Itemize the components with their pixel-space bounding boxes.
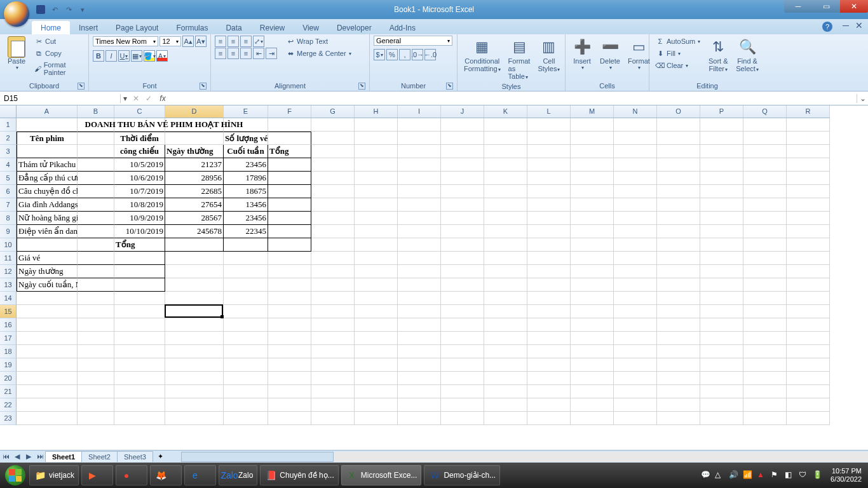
- orientation-button[interactable]: ⤢▾: [253, 36, 264, 47]
- cell[interactable]: [165, 252, 224, 265]
- cell[interactable]: [114, 358, 165, 372]
- cell[interactable]: 27654: [165, 198, 224, 212]
- cell[interactable]: [484, 305, 527, 318]
- cell[interactable]: [484, 252, 527, 265]
- cell[interactable]: Thời điểm: [114, 132, 165, 145]
- align-left-button[interactable]: ≡: [215, 48, 226, 59]
- cell[interactable]: [398, 358, 441, 372]
- cell[interactable]: [224, 118, 268, 132]
- grow-font-button[interactable]: A▴: [182, 36, 194, 47]
- name-box-dropdown[interactable]: ▾: [121, 94, 130, 103]
- clipboard-launcher[interactable]: ⬊: [78, 83, 85, 90]
- increase-indent-button[interactable]: ⇥: [266, 48, 277, 59]
- cell[interactable]: [571, 332, 614, 345]
- italic-button[interactable]: I: [105, 50, 117, 62]
- cell[interactable]: [114, 278, 165, 292]
- cell[interactable]: [224, 372, 268, 385]
- clear-button[interactable]: ⌫Clear▾: [653, 60, 703, 71]
- cell[interactable]: [527, 238, 571, 252]
- cell[interactable]: [657, 318, 700, 332]
- cell[interactable]: [311, 158, 355, 172]
- cell[interactable]: [398, 278, 441, 292]
- tray-antivirus-icon[interactable]: ▲: [757, 470, 767, 480]
- cell[interactable]: [78, 265, 114, 278]
- cell[interactable]: 10/5/2019: [114, 158, 165, 172]
- cell[interactable]: [78, 385, 114, 398]
- cell[interactable]: [311, 145, 355, 158]
- row-header-21[interactable]: 21: [0, 385, 17, 398]
- autosum-button[interactable]: ΣAutoSum▾: [653, 36, 703, 47]
- cell[interactable]: [311, 252, 355, 265]
- cell[interactable]: [743, 132, 787, 145]
- cell[interactable]: [743, 278, 787, 292]
- cell[interactable]: [743, 158, 787, 172]
- cell[interactable]: [311, 412, 355, 425]
- cell[interactable]: [17, 305, 78, 318]
- row-header-19[interactable]: 19: [0, 358, 17, 372]
- row-header-15[interactable]: 15: [0, 305, 17, 318]
- cell[interactable]: [527, 198, 571, 212]
- cell[interactable]: [355, 158, 398, 172]
- cell[interactable]: [571, 372, 614, 385]
- number-format-combo[interactable]: General▾: [374, 36, 452, 46]
- sheet-tab-3[interactable]: Sheet3: [117, 451, 153, 462]
- cell[interactable]: [614, 358, 657, 372]
- cell[interactable]: [571, 398, 614, 412]
- cell[interactable]: Giá vé: [17, 252, 78, 265]
- cell[interactable]: [224, 412, 268, 425]
- cell[interactable]: [268, 358, 311, 372]
- cell[interactable]: [355, 332, 398, 345]
- cell[interactable]: [700, 118, 743, 132]
- cell[interactable]: [268, 225, 311, 238]
- align-top-button[interactable]: ≡: [215, 36, 226, 47]
- tab-formulas[interactable]: Formulas: [167, 21, 217, 34]
- row-header-4[interactable]: 4: [0, 158, 17, 172]
- cell[interactable]: [268, 252, 311, 265]
- cell[interactable]: [787, 185, 830, 198]
- cell[interactable]: [657, 145, 700, 158]
- cell[interactable]: [527, 145, 571, 158]
- cell[interactable]: [614, 158, 657, 172]
- underline-button[interactable]: U▾: [118, 50, 130, 62]
- cell[interactable]: [17, 372, 78, 385]
- cell[interactable]: [268, 292, 311, 305]
- cell[interactable]: [484, 332, 527, 345]
- taskbar-item[interactable]: 📁vietjack: [29, 465, 79, 485]
- cell[interactable]: [78, 238, 114, 252]
- cell[interactable]: [743, 118, 787, 132]
- comma-button[interactable]: ,: [399, 49, 410, 60]
- cell[interactable]: [484, 278, 527, 292]
- cell[interactable]: [743, 145, 787, 158]
- cell[interactable]: [355, 252, 398, 265]
- format-as-table-button[interactable]: ▤Formatas Table▾: [506, 36, 533, 81]
- cell[interactable]: 28956: [165, 172, 224, 185]
- col-header-E[interactable]: E: [224, 105, 268, 118]
- cell[interactable]: [311, 225, 355, 238]
- cell[interactable]: [571, 132, 614, 145]
- cell[interactable]: [700, 265, 743, 278]
- cell[interactable]: [165, 278, 224, 292]
- enter-formula-button[interactable]: ✓: [142, 94, 155, 103]
- border-button[interactable]: ▦▾: [131, 50, 142, 62]
- cell[interactable]: [614, 238, 657, 252]
- currency-button[interactable]: $▾: [374, 49, 385, 60]
- cell[interactable]: [268, 318, 311, 332]
- cell[interactable]: [657, 292, 700, 305]
- sheet-nav-first[interactable]: ⏮: [0, 452, 11, 461]
- cell[interactable]: Ngày cuối tuần, Ngày lễ: [17, 278, 78, 292]
- cell[interactable]: [224, 238, 268, 252]
- cell[interactable]: [268, 265, 311, 278]
- cell[interactable]: [527, 252, 571, 265]
- cell[interactable]: [441, 278, 484, 292]
- fx-button[interactable]: fx: [155, 94, 170, 103]
- cell[interactable]: [571, 145, 614, 158]
- cell[interactable]: [398, 225, 441, 238]
- cell[interactable]: [114, 292, 165, 305]
- font-launcher[interactable]: ⬊: [200, 83, 207, 90]
- cell[interactable]: [527, 172, 571, 185]
- cell[interactable]: [743, 398, 787, 412]
- cell[interactable]: [224, 345, 268, 358]
- cell[interactable]: [571, 185, 614, 198]
- cell[interactable]: [787, 118, 830, 132]
- cell[interactable]: [743, 238, 787, 252]
